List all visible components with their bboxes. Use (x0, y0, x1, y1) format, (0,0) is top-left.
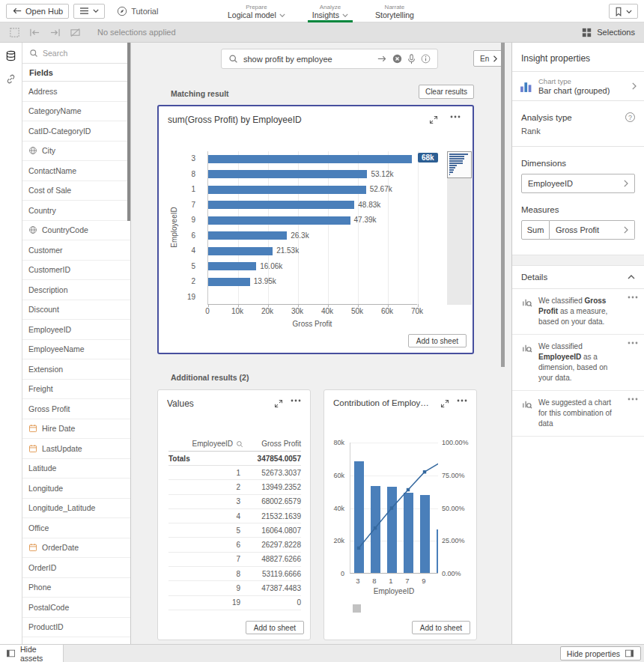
add-to-sheet-button[interactable]: Add to sheet (412, 621, 470, 634)
language-button[interactable]: En (473, 50, 504, 67)
dimension-field-button[interactable]: EmployeeID (521, 174, 635, 193)
table-row[interactable]: 213949.2352 (168, 480, 301, 494)
bar-employee-1[interactable] (208, 186, 366, 194)
hide-properties-button[interactable]: Hide properties (560, 646, 641, 661)
more-options-icon[interactable] (450, 115, 461, 118)
field-item-description[interactable]: Description (22, 280, 130, 300)
matching-result-card[interactable]: sum(Gross Profit) by EmployeeID Employee… (157, 105, 474, 354)
hide-assets-button[interactable]: Hide assets (0, 645, 64, 662)
field-item-customerid[interactable]: CustomerID (22, 261, 130, 281)
values-table-card[interactable]: Values EmployeeID Gross Profit Totals 34… (157, 389, 311, 640)
field-item-productid[interactable]: ProductID (22, 618, 130, 638)
bar-employee-5[interactable] (208, 262, 256, 270)
clear-search-icon[interactable] (392, 54, 402, 64)
table-row[interactable]: 947387.4483 (168, 581, 301, 595)
field-item-hire-date[interactable]: Hire Date (22, 419, 130, 440)
chart-minimap[interactable] (447, 151, 472, 178)
step-forward-icon[interactable] (49, 28, 61, 37)
tutorial-link[interactable]: Tutorial (117, 6, 158, 16)
more-options-icon[interactable] (628, 296, 638, 327)
bar-employee-8[interactable] (208, 170, 367, 178)
table-row[interactable]: 368002.6579 (168, 495, 301, 509)
field-item-orderdate[interactable]: OrderDate (22, 538, 130, 559)
field-item-discount[interactable]: Discount (22, 300, 130, 321)
info-icon[interactable] (421, 54, 431, 64)
field-item-gross-profit[interactable]: Gross Profit (22, 399, 130, 419)
nav-analyze[interactable]: Analyze Insights (308, 0, 353, 22)
step-back-icon[interactable] (29, 28, 40, 37)
fields-scrollbar[interactable] (127, 43, 130, 644)
field-item-countrycode[interactable]: CountryCode (22, 221, 130, 241)
column-header-employee-id[interactable]: EmployeeID (168, 440, 243, 448)
field-item-phone[interactable]: Phone (22, 578, 130, 598)
measure-field-button[interactable]: Gross Profit (550, 220, 635, 240)
field-item-city[interactable]: City (22, 142, 130, 162)
nav-narrate[interactable]: Narrate Storytelling (371, 0, 419, 22)
expand-icon[interactable] (429, 115, 438, 124)
microphone-icon[interactable] (407, 54, 416, 64)
field-item-office[interactable]: Office (22, 518, 130, 538)
details-section-header[interactable]: Details (512, 266, 644, 289)
field-item-catid-categoryid[interactable]: CatID-CategoryID (22, 121, 130, 142)
fields-search-input[interactable] (43, 49, 124, 58)
submit-arrow-icon[interactable] (377, 55, 387, 63)
field-item-contactname[interactable]: ContactName (22, 161, 130, 181)
field-item-address[interactable]: Address (22, 82, 130, 102)
link-icon[interactable] (5, 73, 16, 85)
field-item-country[interactable]: Country (22, 201, 130, 221)
field-item-lastupdate[interactable]: LastUpdate (22, 439, 130, 459)
chart-type-row[interactable]: Chart type Bar chart (grouped) (512, 71, 644, 101)
clear-selections-icon[interactable] (70, 28, 81, 37)
selections-tool-button[interactable]: Selections (573, 22, 644, 42)
clear-results-button[interactable]: Clear results (419, 85, 474, 99)
more-options-icon[interactable] (291, 399, 301, 402)
bar-employee-4[interactable] (208, 247, 273, 255)
bar-employee-2[interactable] (208, 278, 250, 286)
more-options-icon[interactable] (628, 341, 638, 383)
add-to-sheet-button[interactable]: Add to sheet (246, 621, 304, 634)
search-icon[interactable] (236, 440, 243, 448)
nav-prepare[interactable]: Prepare Logical model (223, 0, 290, 22)
table-row[interactable]: 748827.6266 (168, 553, 301, 567)
table-row[interactable]: 421532.1639 (168, 509, 301, 523)
table-row[interactable]: 516064.0807 (168, 523, 301, 538)
table-row[interactable]: 626297.8228 (168, 538, 301, 552)
bar-employee-6[interactable] (208, 231, 287, 240)
bar-employee-3[interactable] (208, 155, 412, 163)
field-item-freight[interactable]: Freight (22, 380, 130, 400)
field-item-orderid[interactable]: OrderID (22, 558, 130, 578)
field-item-postalcode[interactable]: PostalCode (22, 598, 130, 618)
table-row[interactable]: 190 (168, 596, 301, 610)
field-item-employeename[interactable]: EmployeeName (22, 340, 130, 360)
legend-swatch[interactable] (353, 604, 361, 613)
main-scrollbar[interactable] (501, 43, 505, 644)
table-row[interactable]: 152673.3037 (168, 466, 301, 480)
field-item-customer[interactable]: Customer (22, 240, 130, 261)
expand-icon[interactable] (274, 399, 283, 408)
scrollbar-thumb[interactable] (501, 43, 505, 367)
aggregation-button[interactable]: Sum (521, 220, 550, 240)
field-item-longitude[interactable]: Longitude (22, 479, 130, 499)
contribution-chart-card[interactable]: Contribution of Employe... 020k40k60k80k… (323, 389, 477, 640)
bar-employee-9[interactable] (208, 216, 350, 225)
open-hub-button[interactable]: Open Hub (6, 4, 69, 19)
help-icon[interactable]: ? (625, 112, 635, 122)
bar-employee-7[interactable] (208, 201, 354, 209)
chart-scroll-strip[interactable] (447, 151, 472, 305)
scrollbar-thumb[interactable] (127, 43, 130, 221)
bookmark-button[interactable] (609, 4, 638, 19)
field-item-cost-of-sale[interactable]: Cost of Sale (22, 181, 130, 201)
global-menu-button[interactable] (73, 4, 105, 19)
expand-icon[interactable] (440, 399, 449, 408)
field-item-extension[interactable]: Extension (22, 359, 130, 380)
selection-tool-icon[interactable] (9, 27, 20, 38)
fields-search[interactable] (22, 43, 130, 64)
more-options-icon[interactable] (628, 398, 638, 429)
insight-search-input[interactable] (243, 55, 372, 64)
field-item-longitude-latitude[interactable]: Longitude_Latitude (22, 499, 130, 519)
add-to-sheet-button[interactable]: Add to sheet (408, 334, 467, 347)
table-row[interactable]: 853119.6666 (168, 567, 301, 581)
data-fields-icon[interactable] (5, 50, 16, 61)
field-item-latitude[interactable]: Latitude (22, 459, 130, 479)
insight-search-box[interactable] (221, 49, 438, 69)
